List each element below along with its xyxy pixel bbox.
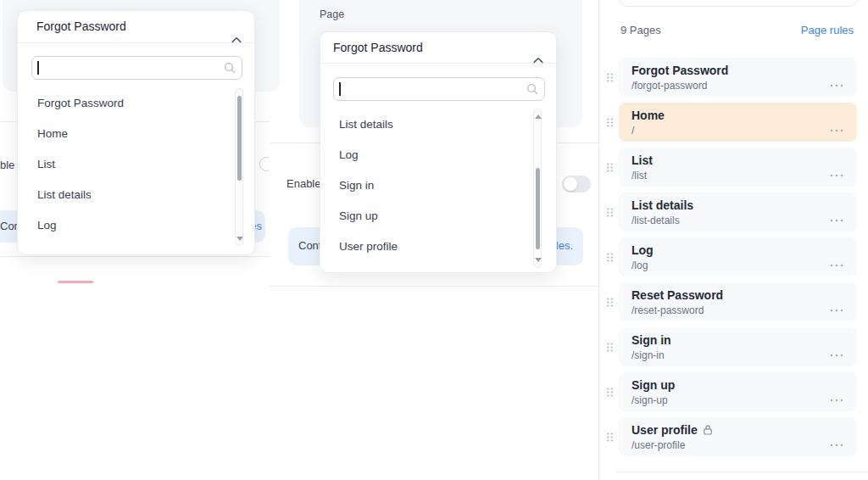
scrollbar-thumb[interactable] <box>536 168 540 249</box>
drag-handle-icon[interactable] <box>606 251 614 266</box>
scroll-up-icon[interactable] <box>535 114 542 119</box>
more-options-icon[interactable] <box>830 120 843 136</box>
more-options-icon[interactable] <box>830 210 843 226</box>
page-path: /user-profile <box>632 440 857 451</box>
page-row: Log/log <box>599 237 868 276</box>
dropdown-option[interactable]: User profile <box>339 232 529 262</box>
page-row: Sign up/sign-up <box>599 372 868 411</box>
page-title: Log <box>632 244 857 257</box>
rules-toggle[interactable] <box>562 176 591 193</box>
divider <box>270 286 598 287</box>
left-settings-panel: ble r Conf les Forgot Password <box>0 0 270 480</box>
drag-handle-icon[interactable] <box>606 341 614 356</box>
scrollbar[interactable] <box>533 109 542 268</box>
page-path: /sign-up <box>632 395 857 406</box>
dropdown-option[interactable]: List details <box>339 109 529 140</box>
chevron-up-icon <box>533 44 543 75</box>
page-list-item[interactable]: User profile/user-profile <box>619 417 857 456</box>
page-list-item[interactable]: Home/ <box>619 103 857 142</box>
dropdown-trigger[interactable]: Forgot Password <box>320 32 556 63</box>
divider <box>615 472 868 472</box>
pages-count-label: 9 Pages <box>620 24 661 36</box>
drag-handle-icon[interactable] <box>606 71 614 87</box>
search-input[interactable] <box>333 77 545 101</box>
sidebar-top-field-partial[interactable] <box>619 0 858 7</box>
page-title: Home <box>632 109 857 122</box>
page-path: /log <box>632 260 857 271</box>
chevron-up-icon <box>231 24 242 55</box>
toggle-knob <box>564 177 577 191</box>
page-row: List/list <box>599 148 868 187</box>
more-options-icon[interactable] <box>830 255 843 271</box>
search-input[interactable] <box>31 56 242 80</box>
scroll-down-icon[interactable] <box>236 237 243 241</box>
page-select-dropdown-left: Forgot Password Forgot PasswordHomeListL… <box>17 10 255 255</box>
divider <box>320 63 556 64</box>
drag-handle-icon[interactable] <box>606 431 614 446</box>
page-select-dropdown-center: Forgot Password List detailsLogSign inSi… <box>320 31 557 273</box>
page-rules-link[interactable]: Page rules <box>801 24 854 36</box>
dropdown-option[interactable]: Home <box>37 119 230 149</box>
page-row: Forgot Password/forgot-password <box>599 58 868 97</box>
search-field <box>333 77 545 101</box>
more-options-icon[interactable] <box>830 435 843 450</box>
dropdown-option[interactable]: Forgot Password <box>37 88 230 119</box>
toggle-knob <box>259 157 269 171</box>
selected-page-label: Forgot Password <box>36 20 126 33</box>
page-list: Forgot Password/forgot-passwordHome/List… <box>599 58 868 462</box>
dropdown-option[interactable]: Sign in <box>339 170 529 201</box>
drag-handle-icon[interactable] <box>606 296 614 311</box>
drag-handle-icon[interactable] <box>606 161 614 176</box>
page-title: Forgot Password <box>632 64 857 77</box>
pages-sidebar: 9 Pages Page rules Forgot Password/forgo… <box>598 0 868 480</box>
scrollbar-thumb[interactable] <box>237 96 242 181</box>
more-options-icon[interactable] <box>830 345 843 360</box>
page-list-item[interactable]: Log/log <box>619 237 857 276</box>
page-row: List details/list-details <box>599 193 868 232</box>
page-path: /reset-password <box>632 305 857 316</box>
drag-handle-icon[interactable] <box>606 386 614 401</box>
page-row: Home/ <box>599 103 868 142</box>
dropdown-option[interactable]: List details <box>37 180 230 210</box>
scroll-down-icon[interactable] <box>535 258 542 262</box>
rules-link-fragment[interactable]: les. <box>556 239 573 252</box>
page-list-item[interactable]: Forgot Password/forgot-password <box>619 58 857 97</box>
page-list-item[interactable]: List details/list-details <box>619 193 857 232</box>
drag-handle-icon[interactable] <box>606 116 614 131</box>
more-options-icon[interactable] <box>830 75 843 91</box>
page-path: / <box>632 126 857 137</box>
annotation-fragment <box>58 281 93 283</box>
screen: ble r Conf les Forgot Password <box>0 0 868 480</box>
page-path: /list <box>632 170 857 181</box>
more-options-icon[interactable] <box>830 390 843 405</box>
scrollbar[interactable] <box>235 88 243 246</box>
page-path: /forgot-password <box>632 81 857 92</box>
page-row: Reset Password/reset-password <box>599 282 868 321</box>
page-path: /sign-in <box>632 350 857 361</box>
page-list-item[interactable]: Sign up/sign-up <box>619 372 857 411</box>
dropdown-option[interactable]: Log <box>37 210 230 241</box>
dropdown-trigger[interactable]: Forgot Password <box>18 11 254 42</box>
drag-handle-icon[interactable] <box>606 206 614 221</box>
page-title: Sign in <box>632 334 857 347</box>
lock-icon <box>698 423 713 437</box>
page-list-item[interactable]: Reset Password/reset-password <box>619 282 857 321</box>
rules-toggle[interactable] <box>259 156 269 174</box>
page-field-label: Page <box>320 8 344 20</box>
divider <box>0 256 270 257</box>
text-cursor <box>339 82 341 96</box>
selected-page-label: Forgot Password <box>333 41 423 54</box>
search-field <box>31 56 242 80</box>
more-options-icon[interactable] <box>830 300 843 315</box>
text-cursor <box>37 61 39 75</box>
banner-text-fragment: Conf <box>298 239 321 252</box>
page-list-item[interactable]: List/list <box>619 148 857 187</box>
more-options-icon[interactable] <box>830 165 843 181</box>
page-list-item[interactable]: Sign in/sign-in <box>619 327 857 366</box>
dropdown-option[interactable]: Sign up <box>339 201 529 232</box>
page-title: Sign up <box>632 379 857 392</box>
dropdown-option[interactable]: Log <box>339 140 529 170</box>
dropdown-options: List detailsLogSign inSign upUser profil… <box>320 109 529 262</box>
dropdown-option[interactable]: List <box>37 149 230 180</box>
center-settings-panel: Page Enable r Conf les. Forgot Password <box>270 0 598 480</box>
